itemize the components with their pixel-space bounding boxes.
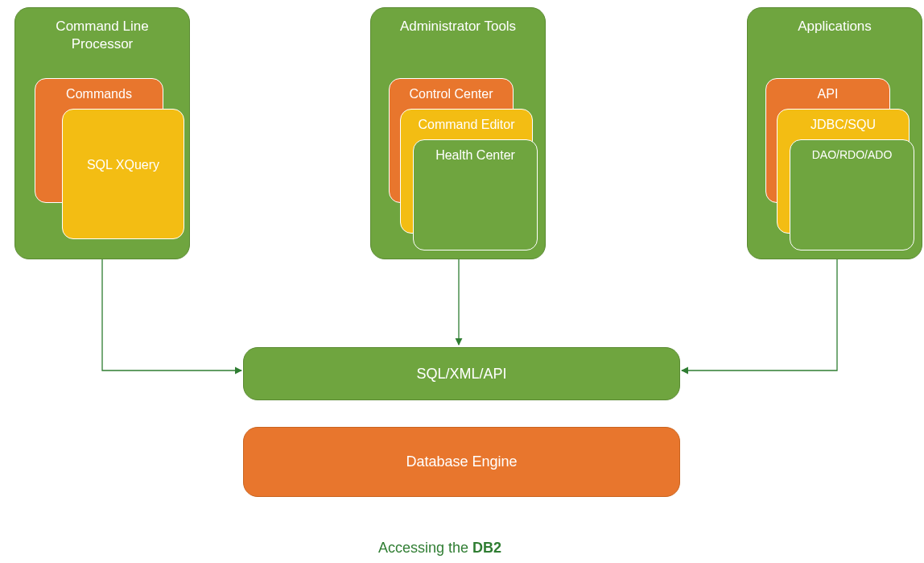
- card-dao-label: DAO/RDO/ADO: [790, 140, 914, 161]
- card-jdbc-label: JDBC/SQU: [778, 110, 909, 132]
- card-command-editor-label: Command Editor: [401, 110, 532, 132]
- box-sql-xml-api-label: SQL/XML/API: [244, 348, 679, 383]
- box-clp: Command Line Processor Commands SQL XQue…: [14, 7, 190, 259]
- card-sql-xquery: SQL XQuery: [62, 109, 184, 239]
- box-sql-xml-api: SQL/XML/API: [243, 347, 680, 400]
- box-admin-title: Administrator Tools: [371, 8, 545, 35]
- card-health-center: Health Center: [413, 139, 538, 250]
- box-apps-title: Applications: [748, 8, 922, 35]
- box-clp-title: Command Line Processor: [15, 8, 189, 53]
- box-database-engine-label: Database Engine: [244, 428, 679, 470]
- card-api-label: API: [766, 79, 889, 101]
- diagram-caption: Accessing the DB2: [378, 540, 501, 557]
- card-health-center-label: Health Center: [414, 140, 537, 163]
- card-dao: DAO/RDO/ADO: [790, 139, 914, 250]
- caption-bold: DB2: [472, 540, 501, 556]
- box-admin: Administrator Tools Control Center Comma…: [370, 7, 546, 259]
- card-sql-xquery-label: SQL XQuery: [63, 110, 184, 172]
- box-database-engine: Database Engine: [243, 427, 680, 497]
- box-apps: Applications API JDBC/SQU DAO/RDO/ADO: [747, 7, 922, 259]
- caption-prefix: Accessing the: [378, 540, 472, 556]
- card-control-center-label: Control Center: [390, 79, 513, 101]
- card-commands-label: Commands: [35, 79, 163, 101]
